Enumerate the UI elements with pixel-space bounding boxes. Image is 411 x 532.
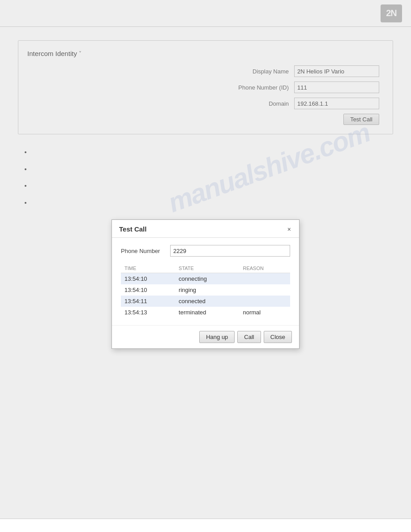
modal-close-x-button[interactable]: × <box>287 226 292 232</box>
cell-state: connected <box>175 296 239 307</box>
cell-reason <box>239 296 290 307</box>
hang-up-button[interactable]: Hang up <box>199 331 235 343</box>
col-state: STATE <box>175 264 239 273</box>
cell-reason <box>239 273 290 285</box>
table-row: 13:54:11connected <box>121 296 290 307</box>
col-reason: REASON <box>239 264 290 273</box>
table-row: 13:54:13terminatednormal <box>121 307 290 318</box>
table-row: 13:54:10connecting <box>121 273 290 285</box>
modal-body: Phone Number TIME STATE REASON 13:54:10c… <box>112 238 299 325</box>
close-button[interactable]: Close <box>264 331 292 343</box>
cell-reason: normal <box>239 307 290 318</box>
col-time: TIME <box>121 264 175 273</box>
table-header-row: TIME STATE REASON <box>121 264 290 273</box>
modal-header: Test Call × <box>112 220 299 238</box>
modal-phone-label: Phone Number <box>121 248 170 254</box>
cell-state: terminated <box>175 307 239 318</box>
cell-time: 13:54:10 <box>121 284 175 296</box>
cell-time: 13:54:10 <box>121 273 175 285</box>
modal-phone-row: Phone Number <box>121 245 290 257</box>
cell-state: ringing <box>175 284 239 296</box>
call-button[interactable]: Call <box>237 331 261 343</box>
cell-reason <box>239 284 290 296</box>
modal-title: Test Call <box>119 225 146 233</box>
test-call-modal: Test Call × Phone Number TIME STATE <box>111 219 300 349</box>
cell-time: 13:54:13 <box>121 307 175 318</box>
modal-phone-input[interactable] <box>170 245 290 257</box>
cell-time: 13:54:11 <box>121 296 175 307</box>
modal-overlay: Test Call × Phone Number TIME STATE <box>0 0 411 532</box>
modal-footer: Hang up Call Close <box>112 325 299 348</box>
cell-state: connecting <box>175 273 239 285</box>
call-log-table: TIME STATE REASON 13:54:10connecting13:5… <box>121 264 290 318</box>
page-wrapper: 2N Intercom Identity ˅ Display Name Phon… <box>0 0 411 532</box>
table-row: 13:54:10ringing <box>121 284 290 296</box>
page-footer <box>0 519 411 532</box>
